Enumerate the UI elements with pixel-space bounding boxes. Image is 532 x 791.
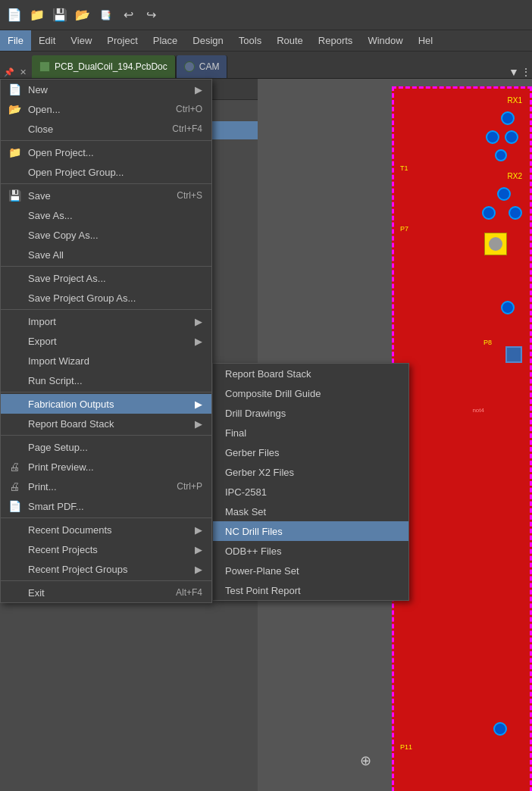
menu-item-fabrication-outputs[interactable]: Fabrication Outputs ▶ [1, 394, 211, 414]
menu-design-label: Design [192, 35, 223, 46]
fab-item-odb[interactable]: ODB++ Files [213, 541, 408, 561]
fab-item-power-plane[interactable]: Power-Plane Set [213, 561, 408, 580]
menu-item-import-wizard[interactable]: Import Wizard [1, 351, 211, 370]
separator-6 [1, 435, 211, 436]
menu-item-page-setup[interactable]: Page Setup... [1, 437, 211, 457]
menu-item-recent-project-groups-label: Recent Project Groups [28, 564, 128, 575]
component-p7 [484, 233, 507, 255]
menu-item-open[interactable]: 📂 Open... Ctrl+O [1, 99, 211, 119]
menu-item-save-all[interactable]: Save All [1, 245, 211, 264]
separator-7 [1, 517, 211, 518]
menu-project[interactable]: Project [99, 30, 145, 51]
tab-pcb-label: PCB_DualCoil_194.PcbDoc [55, 61, 167, 72]
save-all-icon[interactable]: 📑 [95, 5, 116, 26]
menu-design[interactable]: Design [185, 30, 230, 51]
menu-item-new[interactable]: 📄 New ▶ [1, 80, 211, 99]
menu-reports[interactable]: Reports [311, 30, 361, 51]
menu-item-smart-pdf-label: Smart PDF... [28, 501, 84, 512]
menu-item-assembly-outputs[interactable]: Report Board Stack ▶ [1, 414, 211, 433]
new-file-icon[interactable]: 📄 [4, 5, 25, 26]
save-icon[interactable]: 💾 [49, 5, 70, 26]
fab-item-drill-drawings[interactable]: Drill Drawings [213, 403, 408, 423]
filter-icon[interactable]: ▼ [508, 66, 520, 78]
menu-tools[interactable]: Tools [231, 30, 269, 51]
pad-5 [497, 187, 511, 201]
menu-view[interactable]: View [63, 30, 99, 51]
menu-item-print[interactable]: 🖨 Print... Ctrl+P [1, 477, 211, 496]
redo-icon[interactable]: ↪ [140, 5, 161, 26]
fab-item-drill-drawings-label: Drill Drawings [225, 408, 286, 419]
menu-help-label: Hel [418, 35, 433, 46]
menu-route[interactable]: Route [269, 30, 311, 51]
file-menu-dropdown: 📄 New ▶ 📂 Open... Ctrl+O Close Ctrl+F4 📁… [0, 79, 212, 603]
menu-edit[interactable]: Edit [31, 30, 63, 51]
menu-item-save[interactable]: 💾 Save Ctrl+S [1, 186, 211, 205]
new-arrow: ▶ [195, 84, 202, 95]
pad-bottom-1 [493, 722, 507, 736]
fab-item-gerber-files[interactable]: Gerber Files [213, 442, 408, 462]
menu-item-save-project-group-as[interactable]: Save Project Group As... [1, 288, 211, 308]
fab-item-composite-drill[interactable]: Composite Drill Guide [213, 383, 408, 403]
fab-item-ipc2581-label: IPC-2581 [225, 486, 267, 498]
fab-item-nc-drill[interactable]: NC Drill Files [213, 521, 408, 541]
pad-1 [501, 111, 515, 125]
fab-item-report-board-stack[interactable]: Report Board Stack [213, 364, 408, 383]
pad-4 [495, 149, 507, 161]
new-icon: 📄 [7, 82, 22, 97]
menu-item-export[interactable]: Export ▶ [1, 331, 211, 351]
menu-bar: File Edit View Project Place Design Tool… [0, 30, 532, 52]
menu-item-exit-label: Exit [28, 587, 45, 599]
menu-item-new-label: New [28, 84, 48, 95]
main-toolbar: 📄 📁 💾 📂 📑 ↩ ↪ [0, 0, 532, 30]
fab-item-final[interactable]: Final [213, 423, 408, 442]
menu-file[interactable]: File [0, 30, 31, 51]
menu-item-close[interactable]: Close Ctrl+F4 [1, 119, 211, 139]
fab-item-test-point[interactable]: Test Point Report [213, 580, 408, 600]
menu-item-exit[interactable]: Exit Alt+F4 [1, 583, 211, 602]
panel-toggle-icon[interactable]: ⋮ [520, 66, 532, 78]
tab-cam-label: CAM [199, 61, 220, 72]
fab-submenu-panel: Report Board Stack Composite Drill Guide… [212, 363, 409, 601]
menu-item-recent-project-groups[interactable]: Recent Project Groups ▶ [1, 559, 211, 579]
menu-item-fab-label: Fabrication Outputs [28, 399, 114, 410]
menu-item-save-copy-as-label: Save Copy As... [28, 230, 99, 241]
menu-window[interactable]: Window [360, 30, 410, 51]
fab-item-gerber-x2[interactable]: Gerber X2 Files [213, 462, 408, 482]
tab-pcb-doc[interactable]: PCB_DualCoil_194.PcbDoc [32, 55, 176, 78]
tab-pin-button[interactable]: 📌 [3, 66, 15, 78]
undo-icon[interactable]: ↩ [117, 5, 139, 26]
menu-item-save-label: Save [28, 190, 51, 202]
save-shortcut: Ctrl+S [177, 190, 202, 201]
pad-6 [482, 206, 496, 220]
menu-place[interactable]: Place [146, 30, 186, 51]
menu-item-recent-documents[interactable]: Recent Documents ▶ [1, 520, 211, 539]
menu-item-save-as[interactable]: Save As... [1, 205, 211, 225]
menu-item-open-project-label: Open Project... [28, 147, 94, 158]
menu-item-open-project-group[interactable]: Open Project Group... [1, 162, 211, 182]
pad-lower-1 [501, 301, 515, 314]
menu-item-smart-pdf[interactable]: 📄 Smart PDF... [1, 496, 211, 516]
pcb-label-t1: T1 [400, 164, 408, 172]
tab-pcb-icon [39, 61, 50, 72]
tab-close-button[interactable]: ✕ [17, 66, 29, 78]
menu-item-save-project-as[interactable]: Save Project As... [1, 268, 211, 288]
menu-item-print-preview[interactable]: 🖨 Print Preview... [1, 457, 211, 477]
fab-item-mask-set[interactable]: Mask Set [213, 502, 408, 521]
menu-item-run-script[interactable]: Run Script... [1, 370, 211, 390]
open-file-icon[interactable]: 📁 [27, 5, 48, 26]
menu-file-label: File [8, 35, 23, 46]
tab-controls-left: 📌 ✕ [0, 66, 32, 78]
menu-window-label: Window [368, 35, 402, 46]
menu-help[interactable]: Hel [411, 30, 441, 51]
fab-item-ipc2581[interactable]: IPC-2581 [213, 482, 408, 502]
menu-item-recent-projects[interactable]: Recent Projects ▶ [1, 539, 211, 559]
menu-edit-label: Edit [39, 35, 55, 46]
menu-item-save-copy-as[interactable]: Save Copy As... [1, 225, 211, 245]
menu-item-import[interactable]: Import ▶ [1, 311, 211, 331]
smart-pdf-icon: 📄 [7, 499, 22, 514]
print-preview-icon: 🖨 [7, 459, 22, 474]
tab-cam[interactable]: CAM [176, 55, 228, 78]
open-folder-icon[interactable]: 📂 [72, 5, 93, 26]
import-arrow: ▶ [195, 316, 202, 327]
menu-item-open-project[interactable]: 📁 Open Project... [1, 142, 211, 162]
